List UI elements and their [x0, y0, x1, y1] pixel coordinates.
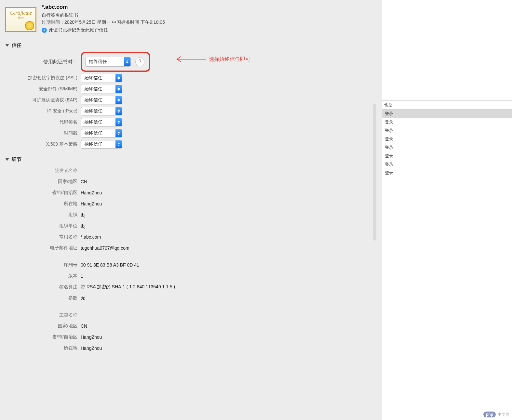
- issuer-orgunit-value: tbj: [81, 223, 86, 229]
- trust-ipsec-label: IP 安全 (IPsec): [5, 108, 81, 114]
- subject-country-value: CN: [81, 323, 87, 329]
- keychain-list-pane: 钥匙 登录 登录 登录 登录 登录 登录 登录 登录: [382, 0, 512, 420]
- issuer-locality-value: HangZhou: [81, 201, 102, 206]
- keychain-row[interactable]: 登录: [382, 152, 512, 160]
- issuer-province-label: 省/市/自治区: [5, 190, 81, 196]
- keychain-row[interactable]: 登录: [382, 169, 512, 177]
- certificate-header: Certificate Root *.abc.com 自行签名的根证书 过期时间…: [5, 4, 372, 35]
- subject-locality-label: 所在地: [5, 345, 81, 351]
- details-section: 细节 签发者名称 国家/地区CN 省/市/自治区HangZhou 所在地Hang…: [5, 156, 372, 353]
- subject-locality-value: HangZhou: [81, 346, 102, 351]
- subject-heading: 主题名称: [5, 312, 81, 318]
- certificate-expiry: 过期时间：2020年5月25日 星期一 中国标准时间 下午9:18:05: [42, 20, 372, 25]
- scrollbar[interactable]: [373, 104, 376, 241]
- trust-smime-label: 安全邮件 (S/MIME): [5, 86, 81, 92]
- select-arrows-icon: [115, 85, 122, 93]
- trust-check-icon: +: [42, 28, 47, 33]
- issuer-org-value: tbj: [81, 212, 86, 217]
- select-arrows-icon: [115, 140, 122, 148]
- trust-smime-select[interactable]: 始终信任: [81, 85, 122, 93]
- trust-codesign-label: 代码签名: [5, 119, 81, 125]
- certificate-detail-pane: Certificate Root *.abc.com 自行签名的根证书 过期时间…: [0, 0, 377, 420]
- issuer-heading: 签发者名称: [5, 168, 81, 174]
- trust-x509-label: X.509 基本策略: [5, 141, 81, 147]
- select-arrows-icon: [115, 96, 122, 104]
- version-label: 版本: [5, 273, 81, 279]
- issuer-org-label: 组织: [5, 212, 81, 218]
- issuer-locality-label: 所在地: [5, 201, 81, 207]
- certificate-title: *.abc.com: [42, 4, 372, 10]
- keychain-row[interactable]: 登录: [382, 160, 512, 169]
- issuer-province-value: HangZhou: [81, 190, 102, 195]
- select-arrows-icon: [115, 118, 122, 126]
- trust-ssl-select[interactable]: 始终信任: [81, 74, 122, 82]
- keychain-row[interactable]: 登录: [382, 118, 512, 126]
- subject-province-label: 省/市/自治区: [5, 334, 81, 340]
- keychain-list: 登录 登录 登录 登录 登录 登录 登录 登录: [382, 110, 512, 177]
- trust-primary-label: 使用此证书时：: [5, 59, 81, 65]
- select-arrows-icon: [115, 107, 122, 115]
- sigalg-label: 签名算法: [5, 284, 81, 290]
- version-value: 1: [81, 273, 83, 279]
- trust-ipsec-select[interactable]: 始终信任: [81, 107, 122, 115]
- keychain-row[interactable]: 登录: [382, 143, 512, 152]
- trust-eap-label: 可扩展认证协议 (EAP): [5, 97, 81, 103]
- trust-timestamp-select[interactable]: 始终信任: [81, 129, 122, 138]
- issuer-orgunit-label: 组织单位: [5, 223, 81, 229]
- select-arrows-icon: [124, 57, 130, 66]
- keychain-table-header[interactable]: 钥匙: [382, 101, 512, 110]
- trust-x509-select[interactable]: 始终信任: [81, 140, 122, 149]
- issuer-email-value: tugenhua0707@qq.com: [81, 245, 129, 251]
- certificate-subtitle: 自行签名的根证书: [42, 12, 372, 18]
- issuer-common-label: 常用名称: [5, 234, 81, 240]
- annotation-highlight-box: 始终信任 ?: [81, 52, 150, 72]
- php-logo-icon: php: [483, 412, 496, 417]
- details-section-header[interactable]: 细节: [5, 156, 372, 163]
- select-arrows-icon: [115, 129, 122, 137]
- sigalg-value: 带 RSA 加密的 SHA-1 ( 1.2.840.113549.1.1.5 ): [81, 284, 175, 290]
- annotation-text: 选择始终信任即可: [209, 56, 250, 63]
- certificate-icon: Certificate Root: [5, 4, 36, 35]
- issuer-country-label: 国家/地区: [5, 179, 81, 185]
- serial-value: 00 91 3E 83 B8 A3 BF 0D 41: [81, 262, 139, 268]
- trust-timestamp-label: 时间戳: [5, 130, 81, 136]
- watermark: php 中文网: [483, 412, 509, 417]
- keychain-row[interactable]: 登录: [382, 126, 512, 135]
- trust-primary-select[interactable]: 始终信任: [85, 57, 131, 67]
- subject-province-value: HangZhou: [81, 335, 102, 340]
- trust-section-header[interactable]: 信任: [5, 42, 372, 48]
- trust-eap-select[interactable]: 始终信任: [81, 96, 122, 104]
- issuer-common-value: *.abc.com: [81, 234, 101, 240]
- issuer-email-label: 电子邮件地址: [5, 245, 81, 251]
- serial-label: 序列号: [5, 262, 81, 268]
- certificate-trust-status: + 此证书已标记为受此帐户信任: [42, 27, 372, 33]
- disclosure-triangle-icon: [5, 44, 9, 47]
- disclosure-triangle-icon: [5, 158, 9, 161]
- trust-ssl-label: 加密套接字协议层 (SSL): [5, 75, 81, 81]
- params-value: 无: [81, 295, 85, 301]
- issuer-country-value: CN: [81, 179, 87, 184]
- trust-codesign-select[interactable]: 始终信任: [81, 118, 122, 126]
- trust-section: 信任 使用此证书时： 始终信任 ?: [5, 42, 372, 149]
- params-label: 参数: [5, 295, 81, 301]
- keychain-row[interactable]: 登录: [382, 135, 512, 143]
- select-arrows-icon: [115, 74, 122, 82]
- annotation-arrow: 选择始终信任即可: [171, 55, 250, 63]
- keychain-row[interactable]: 登录: [382, 110, 512, 118]
- help-button[interactable]: ?: [135, 57, 144, 66]
- subject-country-label: 国家/地区: [5, 323, 81, 329]
